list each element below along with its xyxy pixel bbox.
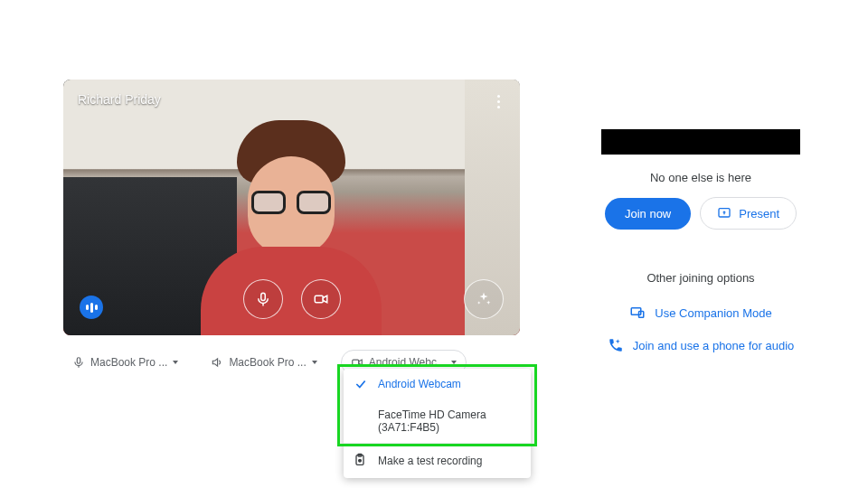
speaker-selector[interactable]: MacBook Pro ... [202, 351, 326, 374]
svg-point-14 [359, 459, 362, 462]
present-button[interactable]: Present [700, 197, 797, 230]
companion-mode-icon [629, 305, 646, 321]
companion-mode-label: Use Companion Mode [655, 306, 771, 320]
clipboard-record-icon [353, 453, 367, 467]
check-icon [354, 378, 367, 393]
toggle-camera-button[interactable] [301, 279, 341, 319]
make-test-recording-action[interactable]: Make a test recording [344, 444, 531, 478]
camera-option-label: FaceTime HD Camera (3A71:F4B5) [378, 408, 486, 434]
present-button-label: Present [739, 207, 779, 221]
camera-selected-label: Android Webc... [369, 356, 446, 369]
svg-marker-8 [359, 360, 363, 365]
video-self-preview: Richard Priday [63, 80, 520, 335]
microphone-icon [255, 291, 271, 307]
meeting-title-redacted [601, 129, 800, 155]
participant-name-label: Richard Priday [78, 92, 161, 107]
svg-rect-2 [315, 296, 323, 303]
video-camera-icon [313, 291, 329, 307]
participants-status: No one else is here [650, 171, 751, 184]
sparkle-icon [476, 291, 492, 307]
phone-audio-label: Join and use a phone for audio [633, 339, 795, 352]
chevron-down-icon [451, 361, 457, 364]
make-test-recording-label: Make a test recording [378, 455, 482, 467]
chevron-down-icon [173, 361, 178, 364]
phone-audio-icon [608, 337, 624, 353]
video-camera-icon [351, 356, 363, 369]
speaker-icon [211, 356, 223, 369]
microphone-selector[interactable]: MacBook Pro ... [63, 351, 187, 374]
phone-audio-link[interactable]: Join and use a phone for audio [608, 337, 795, 353]
other-joining-options-heading: Other joining options [646, 271, 754, 285]
microphone-selected-label: MacBook Pro ... [90, 356, 167, 369]
toggle-microphone-button[interactable] [243, 279, 283, 319]
camera-dropdown-menu: Android Webcam FaceTime HD Camera (3A71:… [344, 369, 531, 478]
svg-marker-3 [323, 296, 327, 303]
apply-visual-effects-button[interactable] [464, 279, 504, 319]
more-options-button[interactable] [484, 87, 513, 116]
present-to-all-icon [717, 206, 731, 221]
companion-mode-link[interactable]: Use Companion Mode [629, 305, 771, 321]
svg-rect-7 [353, 360, 359, 365]
svg-marker-6 [213, 359, 218, 366]
svg-rect-4 [77, 358, 80, 363]
join-now-button[interactable]: Join now [605, 198, 691, 230]
camera-option-facetime[interactable]: FaceTime HD Camera (3A71:F4B5) [344, 399, 531, 443]
microphone-icon [72, 356, 85, 369]
camera-option-android-webcam[interactable]: Android Webcam [344, 369, 531, 399]
camera-option-label: Android Webcam [378, 378, 461, 390]
svg-rect-0 [260, 293, 265, 300]
speaker-selected-label: MacBook Pro ... [229, 356, 306, 369]
chevron-down-icon [312, 361, 317, 364]
